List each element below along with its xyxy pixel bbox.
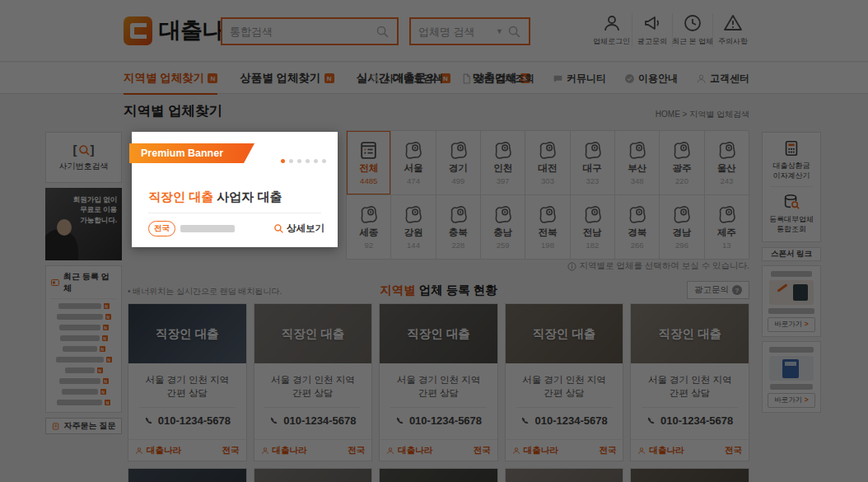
search-icon xyxy=(273,223,284,234)
banner-footer-row: 전국 상세보기 xyxy=(148,221,324,236)
pagination-dot[interactable] xyxy=(289,159,293,163)
premium-banner-ribbon: Premium Banner xyxy=(129,143,254,163)
detail-view-label: 상세보기 xyxy=(287,222,324,235)
pagination-dot[interactable] xyxy=(297,159,301,163)
page-root: 대출나라 ▼ 업체로그인광고문의최근 본 업체주의사항 지역별 업체찾기N상품별… xyxy=(0,0,868,482)
banner-divider xyxy=(148,213,321,213)
premium-banner-card[interactable]: Premium Banner 직장인 대출 사업자 대출 전국 상세보기 xyxy=(132,132,338,247)
blurred-phone-number xyxy=(180,225,235,232)
scope-badge: 전국 xyxy=(148,221,175,236)
banner-pagination-dots xyxy=(281,159,326,163)
pagination-dot[interactable] xyxy=(314,159,318,163)
detail-view-button[interactable]: 상세보기 xyxy=(273,222,324,235)
banner-title-highlight: 직장인 대출 xyxy=(148,190,213,204)
pagination-dot[interactable] xyxy=(306,159,310,163)
banner-title-rest: 사업자 대출 xyxy=(213,190,282,204)
pagination-dot[interactable] xyxy=(281,159,285,163)
dim-overlay xyxy=(0,0,868,482)
premium-banner-title: 직장인 대출 사업자 대출 xyxy=(148,190,282,205)
pagination-dot[interactable] xyxy=(322,159,326,163)
